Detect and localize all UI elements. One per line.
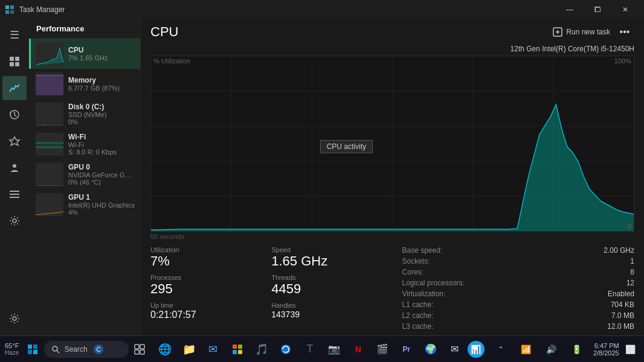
svg-rect-6 — [10, 62, 14, 66]
rail-users-icon[interactable] — [2, 156, 27, 180]
svg-rect-37 — [28, 350, 32, 354]
gpu0-item-pct: 0% (46 °C) — [68, 179, 135, 186]
rail-services-icon[interactable] — [2, 209, 27, 233]
taskbar-app-teams[interactable]: T — [298, 338, 321, 361]
svg-rect-47 — [233, 345, 237, 349]
app-title: Task Manager — [19, 5, 556, 14]
start-button[interactable] — [24, 338, 41, 361]
threads-value: 4459 — [271, 282, 392, 296]
rail-details-icon[interactable] — [2, 182, 27, 206]
sidebar-item-gpu1[interactable]: GPU 1 Intel(R) UHD Graphics 4% — [29, 189, 140, 220]
cpu-model: 12th Gen Intel(R) Core(TM) i5-12450H — [510, 45, 634, 53]
tray-chevron[interactable]: ⌃ — [489, 338, 512, 361]
system-tray: ⌃ 📶 🔊 🔋 — [489, 338, 588, 361]
svg-rect-7 — [15, 62, 19, 66]
rail-processes-icon[interactable] — [2, 49, 27, 74]
sidebar-item-cpu[interactable]: CPU 7% 1.65 GHz — [29, 39, 140, 69]
virtualization-key: Virtualization: — [402, 290, 446, 298]
taskbar-app-browser[interactable]: 🌍 — [419, 338, 442, 361]
gpu1-item-info: GPU 1 Intel(R) UHD Graphics 4% — [68, 193, 135, 216]
disk0-item-pct: 0% — [68, 118, 135, 125]
notification-center-button[interactable]: ⬜ — [622, 338, 639, 361]
base-speed-val: 2.00 GHz — [604, 246, 634, 255]
l1-cache-key: L1 cache: — [402, 300, 434, 309]
l3-cache-val: 12.0 MB — [607, 322, 634, 331]
gpu1-item-name: GPU 1 — [68, 193, 135, 202]
search-icon — [51, 345, 60, 354]
memory-item-name: Memory — [68, 76, 135, 84]
svg-rect-5 — [15, 57, 19, 61]
weather-widget[interactable]: 65°F Haze — [5, 342, 19, 356]
svg-rect-11 — [10, 191, 19, 192]
gpu1-thumbnail — [36, 193, 63, 216]
svg-rect-18 — [36, 142, 63, 144]
taskbar-app-gmail[interactable]: ✉ — [443, 338, 466, 361]
wifi-item-detail: Wi-Fi — [68, 141, 135, 148]
run-task-button[interactable]: Run new task — [548, 25, 615, 39]
memory-item-info: Memory 6.7/7.7 GB (87%) — [68, 76, 135, 92]
stat-row-l2-cache: L2 cache: 7.0 MB — [402, 311, 635, 320]
maximize-button[interactable]: ⧠ — [584, 0, 611, 19]
search-box[interactable]: Search C — [44, 341, 129, 358]
svg-rect-50 — [238, 350, 242, 354]
sidebar-header: Performance — [29, 19, 140, 39]
svg-rect-12 — [10, 194, 19, 195]
taskbar-app-edge[interactable]: 🌐 — [153, 338, 176, 361]
more-options-button[interactable]: ••• — [615, 22, 634, 42]
sidebar-item-gpu0[interactable]: GPU 0 NVIDIA GeForce GTX... 0% (46 °C) — [29, 159, 140, 189]
run-task-label: Run new task — [566, 28, 610, 36]
taskbar-app-premiere[interactable]: Pr — [395, 338, 418, 361]
taskbar-app-store[interactable] — [226, 338, 249, 361]
svg-rect-49 — [233, 350, 237, 354]
app-body: ☰ — [0, 19, 644, 335]
date-display: 2/8/2025 — [593, 349, 619, 357]
rail-hamburger-icon[interactable]: ☰ — [2, 23, 27, 47]
close-button[interactable]: ✕ — [611, 0, 639, 19]
taskbar-app-mail[interactable]: ✉ — [202, 338, 225, 361]
taskbar-app-spotify[interactable]: 🎵 — [250, 338, 273, 361]
memory-thumbnail — [36, 72, 63, 95]
nav-rail: ☰ — [0, 19, 29, 335]
rail-history-icon[interactable] — [2, 103, 27, 127]
svg-rect-13 — [10, 197, 19, 198]
logical-processors-key: Logical processors: — [402, 279, 465, 287]
sidebar-item-memory[interactable]: Memory 6.7/7.7 GB (87%) — [29, 69, 140, 99]
handles-value: 143739 — [271, 310, 392, 319]
svg-rect-16 — [36, 75, 63, 95]
sockets-key: Sockets: — [402, 257, 430, 265]
base-speed-key: Base speed: — [402, 246, 443, 255]
rail-settings-icon[interactable] — [2, 306, 27, 331]
taskbar-app-social[interactable]: 📊 — [468, 341, 485, 358]
virtualization-val: Enabled — [608, 290, 634, 298]
tray-volume-icon[interactable]: 🔊 — [540, 338, 563, 361]
task-view-icon — [134, 344, 145, 355]
taskbar-app-edge2[interactable] — [274, 338, 297, 361]
time-label: 60 seconds — [141, 232, 644, 241]
svg-rect-38 — [33, 350, 37, 354]
cpu-graph-container: % Utilization 100% 0 — [150, 56, 634, 232]
pct-0-label: 0 — [628, 223, 631, 230]
svg-rect-1 — [10, 5, 14, 9]
sidebar-item-wifi[interactable]: Wi-Fi Wi-Fi S: 8.0 R: 0 Kbps — [29, 129, 140, 159]
task-view-button[interactable] — [131, 338, 149, 361]
disk0-item-info: Disk 0 (C:) SSD (NVMe) 0% — [68, 103, 135, 125]
sidebar-item-disk0[interactable]: Disk 0 (C:) SSD (NVMe) 0% — [29, 99, 140, 129]
tray-battery-icon[interactable]: 🔋 — [565, 338, 588, 361]
svg-point-14 — [13, 219, 16, 223]
taskbar-app-netflix[interactable]: N — [347, 338, 370, 361]
svg-rect-2 — [5, 10, 9, 14]
rail-performance-icon[interactable] — [2, 76, 27, 100]
stats-footer: Utilization 7% Processes 295 Up time 0:2… — [141, 241, 644, 335]
rail-startup-icon[interactable] — [2, 129, 27, 153]
page-title: CPU — [150, 24, 548, 40]
taskbar-app-files[interactable]: 📁 — [178, 338, 201, 361]
taskbar-app-instagram[interactable]: 📷 — [323, 338, 346, 361]
svg-line-40 — [57, 351, 59, 353]
l2-cache-key: L2 cache: — [402, 311, 434, 320]
tray-network-icon[interactable]: 📶 — [515, 338, 538, 361]
minimize-button[interactable]: — — [556, 0, 584, 19]
system-time[interactable]: 6:47 PM 2/8/2025 — [593, 342, 619, 357]
app-icon — [5, 5, 14, 14]
stat-group-utilization: Utilization 7% Processes 295 Up time 0:2… — [150, 246, 271, 331]
taskbar-app-media[interactable]: 🎬 — [371, 338, 394, 361]
